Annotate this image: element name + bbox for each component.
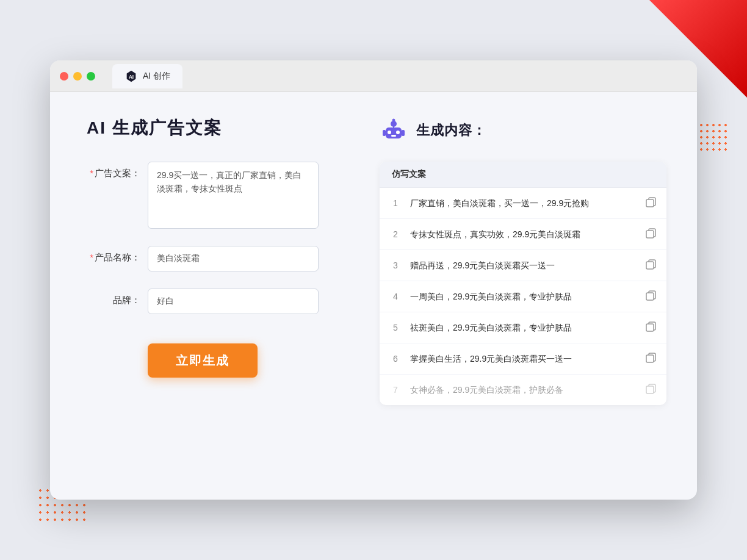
svg-rect-15 [646,324,654,331]
table-row: 7女神必备，29.9元美白淡斑霜，护肤必备 [380,375,666,405]
svg-rect-6 [391,135,396,137]
ad-copy-input[interactable] [148,162,319,229]
right-header: 生成内容： [380,117,666,145]
main-content: AI 生成广告文案 *广告文案： *产品名称： 品牌： 立 [50,92,697,500]
svg-rect-14 [646,293,654,300]
table-row: 1厂家直销，美白淡斑霜，买一送一，29.9元抢购 [380,188,666,219]
row-number: 2 [389,229,402,239]
svg-rect-16 [646,355,654,362]
svg-rect-12 [646,231,654,238]
ad-copy-group: *广告文案： [87,162,343,229]
traffic-lights [60,72,95,81]
product-name-group: *产品名称： [87,246,343,271]
results-table: 仿写文案 1厂家直销，美白淡斑霜，买一送一，29.9元抢购 2专抹女性斑点，真实… [380,162,666,405]
row-text: 赠品再送，29.9元美白淡斑霜买一送一 [410,259,637,272]
copy-icon[interactable] [646,352,657,365]
svg-rect-13 [646,262,654,269]
copy-icon[interactable] [646,196,657,210]
product-name-label: *产品名称： [87,246,148,264]
row-number: 3 [389,260,402,270]
ai-tab-icon: AI [125,70,138,83]
table-row: 3赠品再送，29.9元美白淡斑霜买一送一 [380,250,666,281]
brand-group: 品牌： [87,289,343,314]
copy-icon[interactable] [646,259,657,272]
row-text: 厂家直销，美白淡斑霜，买一送一，29.9元抢购 [410,197,637,210]
svg-rect-11 [646,199,654,207]
svg-text:AI: AI [129,74,134,79]
table-row: 6掌握美白生活，29.9元美白淡斑霜买一送一 [380,343,666,375]
browser-chrome: AI AI 创作 [50,60,697,92]
svg-point-8 [392,119,395,121]
generate-button[interactable]: 立即生成 [148,343,258,378]
ai-tab[interactable]: AI AI 创作 [112,64,182,88]
row-number: 7 [389,385,402,395]
table-row: 4一周美白，29.9元美白淡斑霜，专业护肤品 [380,281,666,312]
copy-icon[interactable] [646,321,657,334]
table-row: 5祛斑美白，29.9元美白淡斑霜，专业护肤品 [380,312,666,343]
brand-input[interactable] [148,289,319,314]
bg-decoration-dots2 [698,122,729,153]
row-text: 祛斑美白，29.9元美白淡斑霜，专业护肤品 [410,321,637,334]
minimize-button[interactable] [73,72,82,81]
robot-icon [380,117,408,145]
left-panel: AI 生成广告文案 *广告文案： *产品名称： 品牌： 立 [87,117,343,475]
svg-rect-10 [402,130,405,136]
svg-point-4 [388,131,391,134]
svg-point-5 [396,131,400,134]
close-button[interactable] [60,72,68,81]
row-text: 女神必备，29.9元美白淡斑霜，护肤必备 [410,384,637,397]
page-title: AI 生成广告文案 [87,117,343,140]
product-name-input[interactable] [148,246,319,271]
required-mark-1: * [90,168,93,178]
row-text: 专抹女性斑点，真实功效，29.9元美白淡斑霜 [410,228,637,241]
row-number: 6 [389,354,402,364]
svg-rect-17 [646,386,654,393]
right-panel-title: 生成内容： [416,121,486,140]
svg-rect-9 [383,130,386,136]
maximize-button[interactable] [87,72,95,81]
copy-icon[interactable] [646,290,657,303]
table-row: 2专抹女性斑点，真实功效，29.9元美白淡斑霜 [380,219,666,250]
results-table-header: 仿写文案 [380,162,666,188]
row-number: 5 [389,323,402,332]
row-text: 掌握美白生活，29.9元美白淡斑霜买一送一 [410,353,637,365]
tab-title-label: AI 创作 [143,71,170,82]
row-number: 1 [389,198,402,208]
required-mark-2: * [90,252,93,262]
row-text: 一周美白，29.9元美白淡斑霜，专业护肤品 [410,290,637,303]
right-panel: 生成内容： 仿写文案 1厂家直销，美白淡斑霜，买一送一，29.9元抢购 2专抹女… [380,117,666,475]
copy-icon[interactable] [646,383,657,397]
row-number: 4 [389,292,402,301]
results-rows-container: 1厂家直销，美白淡斑霜，买一送一，29.9元抢购 2专抹女性斑点，真实功效，29… [380,188,666,405]
ad-copy-label: *广告文案： [87,162,148,179]
brand-label: 品牌： [87,289,148,306]
browser-window: AI AI 创作 AI 生成广告文案 *广告文案： *产品名称： [50,60,697,500]
copy-icon[interactable] [646,228,657,241]
